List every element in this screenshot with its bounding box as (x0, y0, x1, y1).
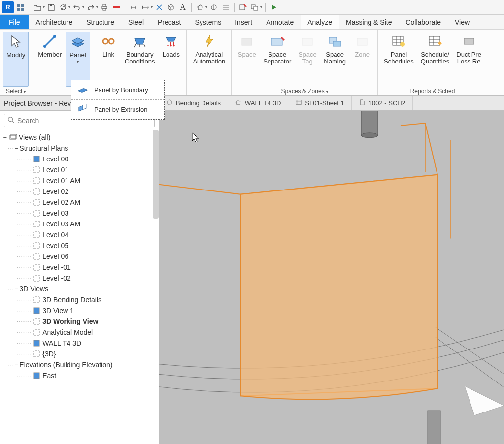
tree-item-plan[interactable]: ········Level 01 (2, 164, 159, 175)
space-separator-button[interactable]: Space Separator (260, 32, 294, 87)
member-button[interactable]: Member (35, 32, 65, 87)
tree-item-3d[interactable]: ········3D Bending Details (2, 294, 159, 305)
tab-steel[interactable]: Steel (121, 15, 151, 29)
view-tab-wall[interactable]: WALL T4 3D (228, 96, 288, 110)
view-tab-sheet-label: SL01-Sheet 1 (305, 99, 344, 107)
space-naming-button[interactable]: Space Naming (321, 32, 349, 87)
tree-elevations[interactable]: ···− Elevations (Building Elevation) (2, 359, 159, 370)
tree-item-3d[interactable]: ········3D Working View (2, 316, 159, 327)
tab-massing[interactable]: Massing & Site (339, 15, 399, 29)
dim-icon[interactable] (140, 2, 151, 13)
tab-architecture[interactable]: Architecture (29, 15, 80, 29)
svg-rect-8 (113, 6, 120, 8)
tree-item-plan[interactable]: ········Level 05 (2, 240, 159, 251)
tree-item-label: Level 02 AM (42, 198, 80, 206)
tree-structural-plans[interactable]: ···− Structural Plans (2, 143, 159, 154)
tree-item-plan[interactable]: ········Level 04 (2, 229, 159, 240)
loads-button[interactable]: Loads (159, 32, 183, 87)
tree-item-plan[interactable]: ········Level 01 AM (2, 175, 159, 186)
home-icon[interactable] (195, 2, 205, 13)
tree-item-plan[interactable]: ········Level 00 (2, 154, 159, 164)
sync-icon[interactable] (58, 2, 68, 13)
panel-by-boundary-item[interactable]: Panel by Boundary (71, 80, 164, 100)
tree-item-plan[interactable]: ········Level 03 AM (2, 219, 159, 229)
tree-3d-views[interactable]: ···− 3D Views (2, 284, 159, 294)
view-icon (33, 274, 40, 282)
play-icon[interactable] (269, 2, 279, 13)
cube-icon[interactable] (166, 2, 176, 13)
view-tab-sheet[interactable]: SL01-Sheet 1 (288, 96, 352, 110)
tab-collaborate[interactable]: Collaborate (399, 15, 448, 29)
close-hidden-icon[interactable] (237, 2, 248, 13)
grid-icon[interactable] (15, 2, 26, 13)
svg-rect-46 (34, 318, 39, 324)
automation-icon (201, 33, 217, 49)
space-separator-icon (269, 33, 285, 49)
viewport-3d[interactable] (159, 111, 504, 444)
tab-systems[interactable]: Systems (188, 15, 228, 29)
tab-structure[interactable]: Structure (79, 15, 121, 29)
panel-by-extrusion-item[interactable]: Panel by Extrusion (71, 100, 164, 119)
duct-pressure-button[interactable]: Duct PreLoss Re (453, 32, 484, 87)
tree-item-plan[interactable]: ········Level -01 (2, 262, 159, 273)
tab-file[interactable]: File (0, 15, 29, 29)
view-tab-sch[interactable]: 1002 - SCH2 (352, 96, 413, 110)
tree-item-3d[interactable]: ········Analytical Model (2, 327, 159, 338)
app-icon[interactable]: R (2, 1, 14, 13)
tree-item-plan[interactable]: ········Level -02 (2, 273, 159, 284)
tree-item-elev[interactable]: ········East (2, 370, 159, 381)
panel-by-boundary-label: Panel by Boundary (94, 86, 148, 94)
space-tag-button[interactable]: Space Tag (295, 32, 320, 87)
redo-icon[interactable] (85, 2, 96, 13)
tab-precast[interactable]: Precast (151, 15, 188, 29)
tree-item-3d[interactable]: ········WALL T4 3D (2, 338, 159, 349)
svg-rect-3 (21, 8, 24, 11)
svg-rect-33 (34, 167, 39, 173)
zone-button[interactable]: Zone (350, 32, 374, 87)
align-icon[interactable] (128, 2, 139, 13)
section-icon[interactable] (208, 2, 219, 13)
tree-item-3d[interactable]: ········{3D} (2, 349, 159, 359)
svg-rect-32 (34, 156, 39, 162)
cross-icon[interactable] (154, 2, 165, 13)
svg-rect-27 (464, 38, 474, 44)
view-icon (33, 263, 40, 271)
boundary-conditions-button[interactable]: Boundary Conditions (122, 32, 158, 87)
tree-item-3d[interactable]: ········3D View 1 (2, 305, 159, 316)
modify-button[interactable]: Modify (3, 32, 29, 87)
thinline-icon[interactable] (220, 2, 231, 13)
view-icon (33, 220, 40, 228)
panel-boundary-icon (76, 84, 89, 95)
measure-red-icon[interactable] (111, 2, 122, 13)
tree-item-label: East (42, 372, 56, 380)
tree-item-plan[interactable]: ········Level 02 AM (2, 197, 159, 208)
tab-analyze[interactable]: Analyze (301, 15, 339, 29)
tree-item-plan[interactable]: ········Level 03 (2, 208, 159, 219)
link-button[interactable]: Link (96, 32, 121, 87)
project-browser-tree[interactable]: − Views (all) ···− Structural Plans ····… (0, 130, 159, 444)
save-icon[interactable] (46, 2, 57, 13)
tab-annotate[interactable]: Annotate (259, 15, 301, 29)
schedule-quantities-button[interactable]: Schedule/ Quantities (418, 32, 453, 87)
undo-icon[interactable] (71, 2, 82, 13)
space-button[interactable]: Space (235, 32, 259, 87)
analytical-automation-button[interactable]: Analytical Automation (190, 32, 228, 87)
tree-item-plan[interactable]: ········Level 02 (2, 186, 159, 197)
scrollbar[interactable] (153, 130, 159, 219)
print-icon[interactable] (99, 2, 110, 13)
tab-3d-icon (166, 99, 173, 107)
tree-root-views[interactable]: − Views (all) (2, 132, 159, 143)
views-icon (9, 133, 17, 141)
panel-button[interactable]: Panel ▾ (66, 32, 90, 87)
tab-insert[interactable]: Insert (228, 15, 259, 29)
tree-item-plan[interactable]: ········Level 06 (2, 251, 159, 262)
switch-windows-icon[interactable] (249, 2, 260, 13)
view-tab-bending[interactable]: Bending Details (159, 96, 228, 110)
cursor-pointer-icon (191, 132, 200, 145)
svg-rect-42 (34, 264, 39, 270)
svg-rect-12 (254, 6, 258, 10)
panel-schedules-button[interactable]: Panel Schedules (381, 32, 417, 87)
tab-view[interactable]: View (448, 15, 476, 29)
text-icon[interactable]: A (177, 2, 188, 13)
open-icon[interactable] (32, 2, 43, 13)
